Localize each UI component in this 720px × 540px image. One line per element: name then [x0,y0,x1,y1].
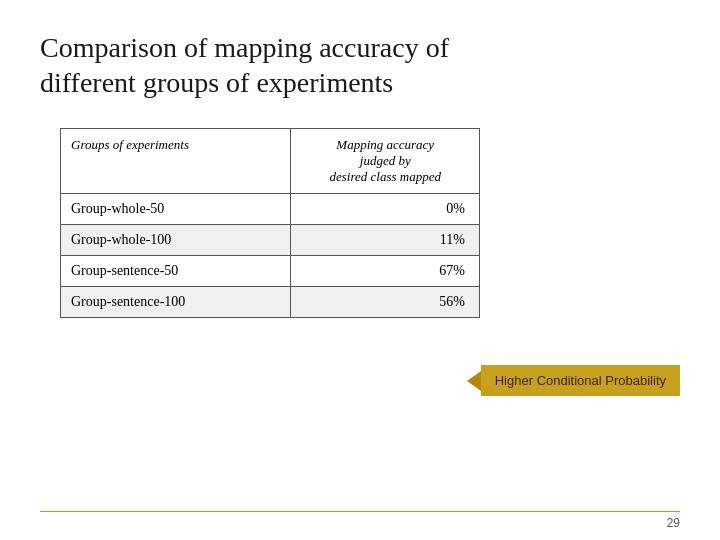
group-value: 67% [291,256,480,287]
group-name: Group-sentence-100 [61,287,291,318]
group-name: Group-whole-50 [61,194,291,225]
annotation-wrapper: Higher Conditional Probability [467,365,680,396]
annotation-arrow-icon [467,371,481,391]
col-header-accuracy: Mapping accuracy judged by desired class… [291,129,480,194]
group-value: 56% [291,287,480,318]
table-row: Group-whole-100 11% [61,225,480,256]
group-name: Group-sentence-50 [61,256,291,287]
page-number: 29 [667,516,680,530]
col-header-groups: Groups of experiments [61,129,291,194]
slide-container: Comparison of mapping accuracy of differ… [0,0,720,540]
group-value: 0% [291,194,480,225]
table-wrapper: Groups of experiments Mapping accuracy j… [60,128,480,318]
group-value: 11% [291,225,480,256]
annotation-box: Higher Conditional Probability [481,365,680,396]
table-row: Group-sentence-100 56% [61,287,480,318]
group-name: Group-whole-100 [61,225,291,256]
table-row: Group-sentence-50 67% [61,256,480,287]
table-row: Group-whole-50 0% [61,194,480,225]
bottom-divider [40,511,680,512]
comparison-table: Groups of experiments Mapping accuracy j… [60,128,480,318]
annotation-label: Higher Conditional Probability [495,373,666,388]
slide-title: Comparison of mapping accuracy of differ… [40,30,680,100]
